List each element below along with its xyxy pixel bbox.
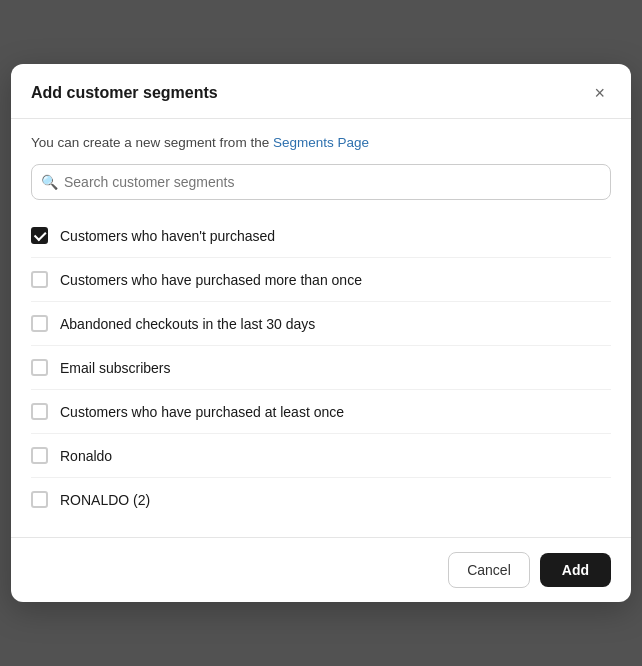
add-button[interactable]: Add <box>540 553 611 587</box>
info-text: You can create a new segment from the Se… <box>31 135 611 150</box>
modal-header: Add customer segments × <box>11 64 631 119</box>
close-button[interactable]: × <box>588 82 611 104</box>
segment-label: Abandoned checkouts in the last 30 days <box>60 316 315 332</box>
segment-label: Email subscribers <box>60 360 170 376</box>
segment-item[interactable]: RONALDO (2) <box>31 478 611 521</box>
segment-item[interactable]: Customers who have purchased at least on… <box>31 390 611 434</box>
segment-item[interactable]: Customers who haven't purchased <box>31 214 611 258</box>
segment-checkbox[interactable] <box>31 403 48 420</box>
search-container: 🔍 <box>31 164 611 200</box>
info-text-prefix: You can create a new segment from the <box>31 135 273 150</box>
modal-title: Add customer segments <box>31 84 218 102</box>
modal-footer: Cancel Add <box>11 537 631 602</box>
segment-item[interactable]: Ronaldo <box>31 434 611 478</box>
add-customer-segments-modal: Add customer segments × You can create a… <box>11 64 631 602</box>
segment-item[interactable]: Abandoned checkouts in the last 30 days <box>31 302 611 346</box>
segment-checkbox[interactable] <box>31 271 48 288</box>
segment-checkbox[interactable] <box>31 447 48 464</box>
cancel-button[interactable]: Cancel <box>448 552 530 588</box>
segment-checkbox[interactable] <box>31 359 48 376</box>
segment-item[interactable]: Customers who have purchased more than o… <box>31 258 611 302</box>
modal-body: You can create a new segment from the Se… <box>11 119 631 537</box>
modal-overlay: Add customer segments × You can create a… <box>0 0 642 666</box>
search-input[interactable] <box>31 164 611 200</box>
segment-label: Customers who haven't purchased <box>60 228 275 244</box>
segment-item[interactable]: Email subscribers <box>31 346 611 390</box>
segment-list: Customers who haven't purchasedCustomers… <box>31 214 611 521</box>
segment-label: Customers who have purchased more than o… <box>60 272 362 288</box>
segments-page-link[interactable]: Segments Page <box>273 135 369 150</box>
segment-label: Ronaldo <box>60 448 112 464</box>
segment-checkbox[interactable] <box>31 227 48 244</box>
segment-label: RONALDO (2) <box>60 492 150 508</box>
segment-label: Customers who have purchased at least on… <box>60 404 344 420</box>
segment-checkbox[interactable] <box>31 491 48 508</box>
segment-checkbox[interactable] <box>31 315 48 332</box>
